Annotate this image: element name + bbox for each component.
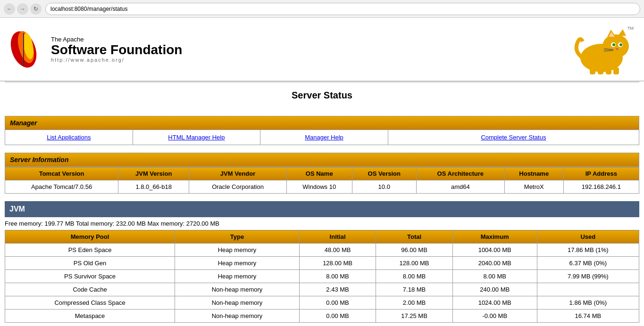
col-maximum: Maximum — [452, 230, 537, 244]
memory-cell-4-0: Compressed Class Space — [5, 296, 175, 310]
col-total: Total — [376, 230, 452, 244]
col-type: Type — [175, 230, 300, 244]
html-manager-help-link[interactable]: HTML Manager Help — [133, 130, 261, 145]
col-initial: Initial — [299, 230, 376, 244]
col-memory-pool: Memory Pool — [5, 230, 175, 244]
memory-table-row: PS Eden SpaceHeap memory48.00 MB96.00 MB… — [5, 244, 639, 257]
svg-text:TM: TM — [627, 26, 634, 31]
apache-software-foundation: Software Foundation — [51, 43, 182, 57]
memory-cell-5-2: 0.00 MB — [299, 310, 376, 323]
forward-button[interactable]: → — [17, 3, 28, 15]
memory-cell-2-0: PS Survivor Space — [5, 270, 175, 283]
jvm-memory-info: Free memory: 199.77 MB Total memory: 232… — [0, 217, 644, 230]
col-used: Used — [537, 230, 639, 244]
col-tomcat-version: Tomcat Version — [5, 167, 118, 180]
browser-chrome: ← → ↻ localhost:8080/manager/status — [0, 0, 644, 18]
memory-cell-0-5: 17.86 MB (1%) — [537, 244, 639, 257]
complete-server-status-link[interactable]: Complete Server Status — [388, 130, 639, 145]
back-button[interactable]: ← — [4, 3, 15, 15]
server-info-header: Server Information — [5, 153, 639, 167]
memory-cell-1-1: Heap memory — [175, 257, 300, 270]
address-text: localhost:8080/manager/status — [50, 6, 127, 12]
memory-cell-4-1: Non-heap memory — [175, 296, 300, 310]
jvm-header: JVM — [5, 201, 639, 217]
memory-cell-5-4: -0.00 MB — [452, 310, 537, 323]
server-info-data-row: Apache Tomcat/7.0.56 1.8.0_66-b18 Oracle… — [5, 180, 639, 194]
col-jvm-vendor: JVM Vendor — [189, 167, 287, 180]
tomcat-logo: TM — [569, 23, 635, 76]
apache-the: The Apache — [51, 36, 182, 43]
reload-button[interactable]: ↻ — [30, 3, 42, 15]
memory-cell-2-3: 8.00 MB — [376, 270, 452, 283]
memory-cell-5-3: 17.25 MB — [376, 310, 452, 323]
manager-help-link[interactable]: Manager Help — [260, 130, 388, 145]
page-title: Server Status — [0, 82, 644, 108]
memory-table-row: PS Survivor SpaceHeap memory8.00 MB8.00 … — [5, 270, 639, 283]
col-jvm-version: JVM Version — [118, 167, 189, 180]
memory-table-row: Compressed Class SpaceNon-heap memory0.0… — [5, 296, 639, 310]
memory-cell-0-0: PS Eden Space — [5, 244, 175, 257]
svg-point-13 — [616, 48, 619, 50]
svg-point-5 — [602, 34, 629, 58]
memory-cell-4-4: 1024.00 MB — [452, 296, 537, 310]
memory-cell-1-3: 128.00 MB — [376, 257, 452, 270]
col-os-version: OS Version — [352, 167, 416, 180]
memory-cell-4-2: 0.00 MB — [299, 296, 376, 310]
server-info-table: Tomcat Version JVM Version JVM Vendor OS… — [5, 167, 639, 194]
memory-cell-0-1: Heap memory — [175, 244, 300, 257]
svg-rect-19 — [606, 68, 611, 74]
svg-rect-17 — [590, 67, 595, 74]
memory-cell-2-2: 8.00 MB — [299, 270, 376, 283]
jvm-vendor-value: Oracle Corporation — [189, 180, 287, 194]
memory-table-container: Memory Pool Type Initial Total Maximum U… — [5, 230, 639, 323]
memory-cell-0-2: 48.00 MB — [299, 244, 376, 257]
svg-marker-7 — [618, 29, 626, 36]
col-os-name: OS Name — [286, 167, 352, 180]
header-section: The Apache Software Foundation http://ww… — [0, 18, 644, 82]
memory-cell-3-2: 2.43 MB — [299, 283, 376, 296]
memory-cell-1-0: PS Old Gen — [5, 257, 175, 270]
memory-cell-1-2: 128.00 MB — [299, 257, 376, 270]
memory-table-row: MetaspaceNon-heap memory0.00 MB17.25 MB-… — [5, 310, 639, 323]
memory-cell-3-3: 7.18 MB — [376, 283, 452, 296]
server-info-section: Server Information Tomcat Version JVM Ve… — [5, 153, 639, 194]
col-os-arch: OS Architecture — [416, 167, 504, 180]
page-content: The Apache Software Foundation http://ww… — [0, 18, 644, 323]
memory-cell-4-5: 1.86 MB (0%) — [537, 296, 639, 310]
svg-point-11 — [612, 43, 615, 46]
svg-point-12 — [619, 43, 622, 46]
memory-cell-2-5: 7.99 MB (99%) — [537, 270, 639, 283]
manager-links-bar: List Applications HTML Manager Help Mana… — [5, 130, 639, 145]
memory-cell-3-0: Code Cache — [5, 283, 175, 296]
address-bar[interactable]: localhost:8080/manager/status — [45, 3, 640, 15]
col-ip-address: IP Address — [563, 167, 639, 180]
memory-cell-3-1: Non-heap memory — [175, 283, 300, 296]
memory-cell-0-4: 1004.00 MB — [452, 244, 537, 257]
memory-cell-5-1: Non-heap memory — [175, 310, 300, 323]
svg-rect-20 — [613, 67, 619, 74]
manager-section: Manager List Applications HTML Manager H… — [5, 116, 639, 145]
manager-section-header: Manager — [5, 116, 639, 130]
memory-table-row: Code CacheNon-heap memory2.43 MB7.18 MB2… — [5, 283, 639, 296]
memory-cell-5-0: Metaspace — [5, 310, 175, 323]
apache-text: The Apache Software Foundation http://ww… — [51, 36, 182, 63]
memory-table-row: PS Old GenHeap memory128.00 MB128.00 MB2… — [5, 257, 639, 270]
apache-url: http://www.apache.org/ — [51, 57, 182, 63]
os-arch-value: amd64 — [416, 180, 504, 194]
hostname-value: MetroX — [504, 180, 563, 194]
memory-cell-2-1: Heap memory — [175, 270, 300, 283]
server-info-header-row: Tomcat Version JVM Version JVM Vendor OS… — [5, 167, 639, 180]
memory-cell-1-5: 6.37 MB (0%) — [537, 257, 639, 270]
memory-cell-4-3: 2.00 MB — [376, 296, 452, 310]
ip-address-value: 192.168.246.1 — [563, 180, 639, 194]
nav-buttons: ← → ↻ — [4, 3, 42, 15]
memory-cell-3-4: 240.00 MB — [452, 283, 537, 296]
jvm-section: JVM Free memory: 199.77 MB Total memory:… — [0, 201, 644, 323]
list-applications-link[interactable]: List Applications — [5, 130, 133, 145]
svg-rect-18 — [598, 68, 603, 74]
tomcat-cat-svg: TM — [569, 23, 635, 74]
apache-feather-icon — [9, 28, 47, 71]
memory-cell-0-3: 96.00 MB — [376, 244, 452, 257]
jvm-version-value: 1.8.0_66-b18 — [118, 180, 189, 194]
apache-logo: The Apache Software Foundation http://ww… — [9, 28, 182, 71]
